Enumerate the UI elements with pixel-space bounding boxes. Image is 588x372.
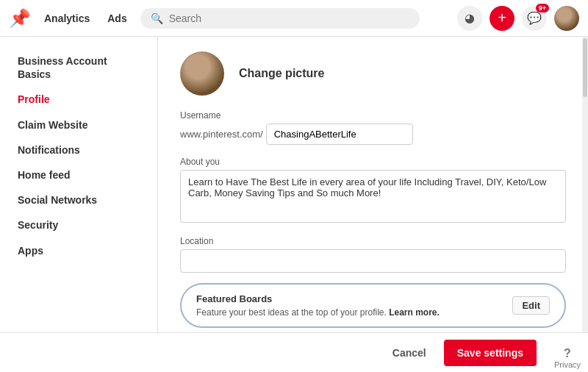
- add-button[interactable]: +: [490, 6, 514, 31]
- main-layout: Business Account Basics Profile Claim We…: [0, 37, 588, 372]
- scroll-thumb: [583, 38, 587, 97]
- username-group: Username www.pinterest.com/: [180, 110, 566, 145]
- privacy-area: ? Privacy: [554, 347, 581, 369]
- location-input[interactable]: [180, 249, 566, 273]
- nav-right-icons: ◕ + 💬 9+: [457, 6, 579, 31]
- analytics-link[interactable]: Analytics: [40, 10, 94, 27]
- about-textarea[interactable]: Learn to Have The Best Life in every are…: [180, 170, 566, 223]
- search-icon: 🔍: [151, 12, 163, 24]
- sidebar: Business Account Basics Profile Claim We…: [0, 37, 158, 372]
- search-input[interactable]: [169, 12, 409, 24]
- username-row: www.pinterest.com/: [180, 124, 566, 145]
- featured-boards-box: Featured Boards Feature your best ideas …: [180, 283, 566, 328]
- location-group: Location: [180, 236, 566, 273]
- about-group: About you Learn to Have The Best Life in…: [180, 157, 566, 226]
- top-nav: 📌 Analytics Ads 🔍 ◕ + 💬 9+: [0, 0, 588, 37]
- profile-avatar[interactable]: [180, 51, 224, 96]
- sidebar-item-profile[interactable]: Profile: [0, 87, 157, 112]
- bottom-bar: Cancel Save settings: [0, 332, 588, 372]
- messages-badge: 9+: [536, 4, 549, 12]
- location-label: Location: [180, 236, 566, 246]
- ads-link[interactable]: Ads: [103, 10, 131, 27]
- sidebar-item-social-networks[interactable]: Social Networks: [0, 187, 157, 212]
- globe-button[interactable]: ◕: [457, 6, 482, 31]
- help-icon[interactable]: ?: [564, 347, 571, 360]
- url-prefix: www.pinterest.com/: [180, 129, 263, 140]
- profile-picture-row: Change picture: [180, 51, 566, 96]
- learn-more-link[interactable]: Learn more.: [389, 307, 440, 318]
- sidebar-item-security[interactable]: Security: [0, 212, 157, 237]
- sidebar-item-claim-website[interactable]: Claim Website: [0, 112, 157, 137]
- featured-boards-text: Featured Boards Feature your best ideas …: [196, 293, 440, 318]
- pinterest-logo: 📌: [9, 8, 31, 29]
- privacy-label[interactable]: Privacy: [554, 360, 581, 369]
- sidebar-item-notifications[interactable]: Notifications: [0, 137, 157, 162]
- save-settings-button[interactable]: Save settings: [444, 340, 537, 366]
- sidebar-item-business-account-basics[interactable]: Business Account Basics: [0, 49, 157, 87]
- about-label: About you: [180, 157, 566, 167]
- user-avatar-nav[interactable]: [554, 6, 579, 31]
- username-label: Username: [180, 110, 566, 121]
- messages-button[interactable]: 💬 9+: [522, 6, 547, 31]
- sidebar-item-home-feed[interactable]: Home feed: [0, 162, 157, 187]
- username-input[interactable]: [266, 124, 413, 145]
- featured-boards-title: Featured Boards: [196, 293, 440, 304]
- scrollbar[interactable]: [582, 37, 588, 372]
- avatar-image: [554, 6, 579, 31]
- search-bar: 🔍: [140, 8, 420, 29]
- cancel-button[interactable]: Cancel: [384, 341, 435, 365]
- featured-boards-desc: Feature your best ideas at the top of yo…: [196, 307, 440, 318]
- content-area: Change picture Username www.pinterest.co…: [158, 37, 588, 372]
- sidebar-item-apps[interactable]: Apps: [0, 238, 157, 263]
- change-picture-button[interactable]: Change picture: [239, 67, 324, 80]
- featured-boards-edit-button[interactable]: Edit: [512, 296, 550, 315]
